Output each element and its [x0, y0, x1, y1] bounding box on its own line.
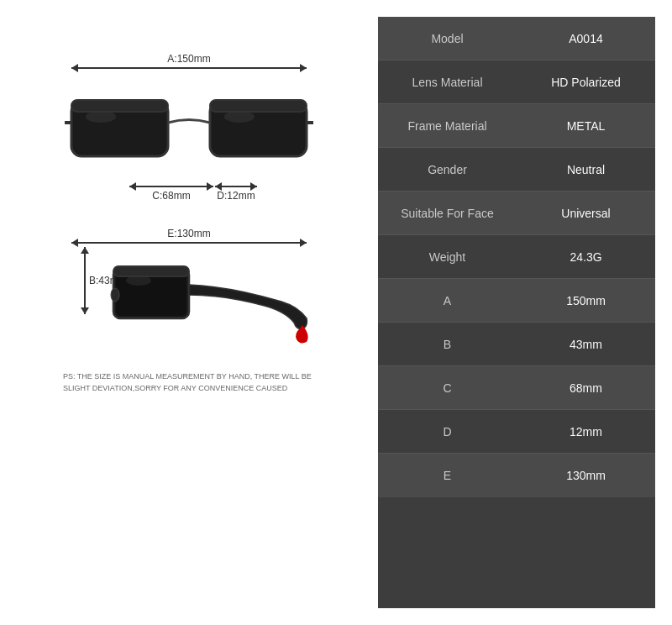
spec-value: 12mm — [517, 417, 655, 447]
dimension-a-container: A:150mm — [71, 50, 307, 69]
glasses-side-image — [63, 251, 315, 360]
left-panel: A:150mm — [17, 17, 361, 608]
dimension-d-label: D:12mm — [217, 190, 255, 202]
glasses-front-svg — [63, 76, 315, 177]
spec-row: A150mm — [378, 279, 655, 323]
spec-row: GenderNeutral — [378, 148, 655, 192]
spec-value: 68mm — [517, 373, 655, 403]
glasses-side-svg — [63, 251, 315, 360]
main-container: A:150mm — [0, 0, 672, 625]
dimension-a-line — [71, 67, 307, 69]
dimension-c-label: C:68mm — [152, 190, 190, 202]
dimension-d-block: D:12mm — [215, 186, 257, 204]
spec-value: 24.3G — [517, 242, 655, 272]
svg-point-6 — [86, 111, 116, 123]
dimension-e-line — [71, 242, 307, 244]
measurement-note: PS: THE SIZE IS MANUAL MEASUREMENT BY HA… — [63, 371, 315, 394]
side-glasses-wrapper: B:43mm — [63, 247, 315, 367]
spec-label: Gender — [378, 155, 517, 185]
dimension-e-label: E:130mm — [167, 228, 210, 239]
spec-label: E — [378, 460, 517, 491]
svg-rect-9 — [210, 100, 307, 112]
spec-value: A0014 — [517, 24, 655, 54]
spec-label: Lens Material — [378, 67, 517, 97]
spec-value: METAL — [517, 111, 655, 141]
spec-value: 130mm — [517, 460, 655, 491]
spec-row: Weight24.3G — [378, 235, 655, 279]
dimension-a-label: A:150mm — [167, 53, 210, 65]
spec-label: A — [378, 286, 517, 316]
svg-rect-13 — [113, 266, 189, 276]
spec-label: Frame Material — [378, 111, 517, 141]
svg-point-14 — [111, 288, 119, 302]
svg-point-7 — [224, 111, 255, 123]
spec-value: Universal — [517, 198, 655, 228]
spec-value: Neutral — [517, 155, 655, 185]
dimension-c-block: C:68mm — [129, 186, 213, 204]
spec-row: E130mm — [378, 454, 655, 497]
svg-rect-11 — [116, 270, 186, 316]
spec-label: Suitable For Face — [378, 198, 517, 228]
spec-label: D — [378, 417, 517, 447]
spec-row: Frame MaterialMETAL — [378, 104, 655, 148]
spec-row: Suitable For FaceUniversal — [378, 192, 655, 235]
spec-value: HD Polarized — [517, 67, 655, 97]
spec-row: Lens MaterialHD Polarized — [378, 60, 655, 104]
spec-row: D12mm — [378, 410, 655, 454]
specs-table: ModelA0014Lens MaterialHD PolarizedFrame… — [378, 17, 655, 608]
dimension-d-line — [215, 186, 257, 187]
spec-label: B — [378, 329, 517, 360]
spec-row: ModelA0014 — [378, 17, 655, 60]
spec-row: C68mm — [378, 366, 655, 410]
glasses-front-image — [63, 76, 315, 177]
spec-label: Model — [378, 24, 517, 54]
spec-value: 150mm — [517, 286, 655, 316]
spec-label: Weight — [378, 242, 517, 272]
spec-row: B43mm — [378, 323, 655, 366]
dimension-c-line — [129, 186, 213, 187]
dimension-e-container: E:130mm — [71, 225, 307, 244]
svg-rect-8 — [71, 100, 168, 112]
spec-value: 43mm — [517, 329, 655, 360]
cd-dims-container: C:68mm D:12mm — [129, 186, 257, 204]
spec-label: C — [378, 373, 517, 403]
